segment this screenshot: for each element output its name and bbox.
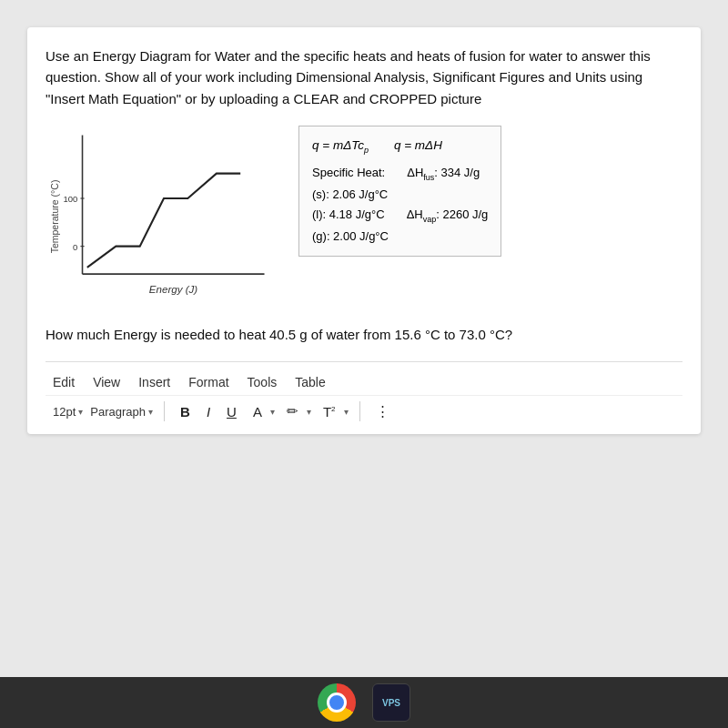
sh-l-label: (l): 4.18 J/g°C xyxy=(312,205,385,227)
delta-h-fus: ΔHfus: 334 J/g xyxy=(407,163,480,185)
formatting-bar: 12pt ▾ Paragraph ▾ B I U A ▾ ✏ ▾ T2 ▾ xyxy=(46,395,682,427)
vps-taskbar-icon[interactable]: VPS xyxy=(372,683,410,722)
question-text-1: Use an Energy Diagram for Water and the … xyxy=(46,46,682,109)
graph-container: Temperature (°C) 100 0 Energy (J) xyxy=(46,126,282,308)
bold-button[interactable]: B xyxy=(176,402,195,421)
sh-row-s: (s): 2.06 J/g°C xyxy=(312,185,488,205)
svg-text:100: 100 xyxy=(63,194,77,204)
svg-text:0: 0 xyxy=(73,242,77,252)
menu-view[interactable]: View xyxy=(93,375,120,389)
specific-heat-section: Specific Heat: ΔHfus: 334 J/g (s): 2.06 … xyxy=(312,163,488,247)
main-content: Use an Energy Diagram for Water and the … xyxy=(27,27,701,434)
divider-1 xyxy=(164,401,165,421)
font-color-button[interactable]: A xyxy=(248,402,267,421)
sh-s-label: (s): 2.06 J/g°C xyxy=(312,185,388,205)
divider-2 xyxy=(359,401,360,421)
font-size-select[interactable]: 12pt ▾ xyxy=(53,405,83,419)
font-color-chevron: ▾ xyxy=(270,407,275,417)
paragraph-select[interactable]: Paragraph ▾ xyxy=(90,405,153,419)
italic-button[interactable]: I xyxy=(202,402,215,421)
svg-text:Temperature (°C): Temperature (°C) xyxy=(49,179,60,253)
menu-insert[interactable]: Insert xyxy=(138,375,170,389)
highlight-chevron: ▾ xyxy=(307,407,311,417)
sh-row-l: (l): 4.18 J/g°C ΔHvap: 2260 J/g xyxy=(312,205,488,227)
diagram-section: Temperature (°C) 100 0 Energy (J) q = mΔ… xyxy=(46,126,682,308)
chrome-taskbar-icon[interactable] xyxy=(318,683,356,722)
sh-row-g: (g): 2.00 J/g°C xyxy=(312,227,488,247)
delta-h-vap: ΔHvap: 2260 J/g xyxy=(407,205,489,227)
formula-2: q = mΔH xyxy=(394,136,442,157)
underline-button[interactable]: U xyxy=(222,402,241,421)
font-size-chevron: ▾ xyxy=(78,407,83,417)
superscript-button[interactable]: T2 xyxy=(318,402,340,421)
formula-1: q = mΔTcp xyxy=(312,136,369,157)
formula-box: q = mΔTcp q = mΔH Specific Heat: ΔHfus: … xyxy=(298,126,501,257)
svg-text:Energy (J): Energy (J) xyxy=(149,284,197,295)
menu-tools[interactable]: Tools xyxy=(248,375,278,389)
sh-g-label: (g): 2.00 J/g°C xyxy=(312,227,389,247)
more-options-button[interactable]: ⋮ xyxy=(371,401,394,421)
question-text-2: How much Energy is needed to heat 40.5 g… xyxy=(46,324,682,345)
formula-row-1: q = mΔTcp q = mΔH xyxy=(312,136,488,157)
menu-bar: Edit View Insert Format Tools Table xyxy=(46,369,682,395)
highlight-group[interactable]: ✏ ▾ xyxy=(282,401,311,421)
superscript-chevron: ▾ xyxy=(344,407,349,417)
font-color-group[interactable]: A ▾ xyxy=(248,402,275,421)
toolbar-bar: Edit View Insert Format Tools Table 12pt… xyxy=(46,361,682,434)
menu-format[interactable]: Format xyxy=(188,375,228,389)
highlight-button[interactable]: ✏ xyxy=(282,401,303,421)
taskbar: VPS xyxy=(0,677,728,728)
menu-edit[interactable]: Edit xyxy=(53,375,75,389)
paragraph-value: Paragraph xyxy=(90,405,146,419)
sh-row-header: Specific Heat: ΔHfus: 334 J/g xyxy=(312,163,488,185)
paragraph-chevron: ▾ xyxy=(148,407,153,417)
vps-label: VPS xyxy=(382,698,400,708)
superscript-group[interactable]: T2 ▾ xyxy=(318,402,349,421)
sh-header-label: Specific Heat: xyxy=(312,163,385,185)
font-size-value: 12pt xyxy=(53,405,76,419)
menu-table[interactable]: Table xyxy=(295,375,325,389)
